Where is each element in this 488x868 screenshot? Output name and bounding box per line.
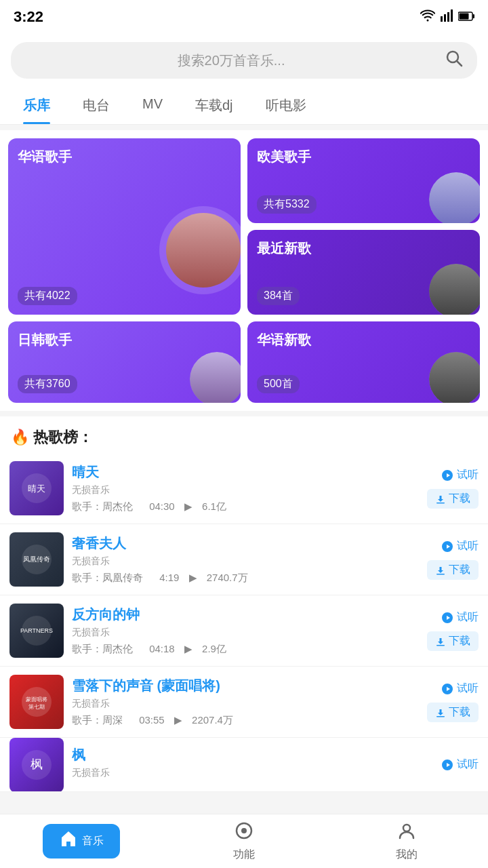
home-icon: [59, 829, 78, 853]
song-meta: 歌手：周杰伦 04:18 ▶ 2.9亿: [72, 643, 419, 656]
song-info: 反方向的钟 无损音乐 歌手：周杰伦 04:18 ▶ 2.9亿: [72, 606, 419, 656]
song-quality: 无损音乐: [72, 484, 419, 496]
song-quality: 无损音乐: [72, 698, 419, 710]
svg-rect-11: [436, 502, 445, 504]
cat-recent-songs[interactable]: 最近新歌 384首: [247, 230, 480, 315]
search-icon[interactable]: [445, 49, 464, 72]
svg-point-7: [447, 52, 458, 62]
cat-chinese-singers-count: 共有4022: [18, 287, 77, 305]
song-item[interactable]: 蒙面唱将 第七期 雪落下的声音 (蒙面唱将) 无损音乐 歌手：周深 03:55 …: [0, 667, 488, 738]
search-input-wrap[interactable]: 搜索20万首音乐...: [11, 42, 477, 79]
artist-label: 歌手：周杰伦: [72, 500, 140, 512]
download-button[interactable]: 下载: [427, 703, 479, 722]
song-item[interactable]: PARTNERS 反方向的钟 无损音乐 歌手：周杰伦 04:18 ▶ 2.9亿 …: [0, 595, 488, 667]
song-actions: 试听 下载: [427, 682, 479, 722]
plays-icon: ▶: [184, 500, 192, 512]
svg-line-8: [458, 62, 462, 66]
duration-label: 4:19: [159, 572, 179, 583]
song-thumb: 晴天: [9, 461, 64, 515]
listen-button[interactable]: 试听: [441, 539, 479, 553]
svg-rect-21: [436, 716, 445, 717]
cat-japanese-korean-title: 日韩歌手: [18, 331, 72, 349]
download-button[interactable]: 下载: [427, 631, 479, 651]
svg-rect-0: [441, 16, 443, 22]
nav-mine[interactable]: 我的: [325, 814, 488, 868]
nav-music-label: 音乐: [82, 834, 104, 848]
svg-rect-3: [451, 9, 453, 22]
cat-chinese-new-songs-count: 500首: [257, 375, 300, 393]
plays-icon: ▶: [189, 572, 197, 583]
song-item[interactable]: 晴天 晴天 无损音乐 歌手：周杰伦 04:30 ▶ 6.1亿 试听 下载: [0, 453, 488, 524]
listen-button[interactable]: 试听: [441, 610, 479, 625]
tab-movies[interactable]: 听电影: [249, 87, 323, 124]
song-actions: 试听 下载: [427, 468, 479, 509]
nav-function[interactable]: 功能: [163, 814, 325, 868]
tab-library[interactable]: 乐库: [7, 87, 66, 124]
svg-text:晴天: 晴天: [28, 484, 45, 494]
status-icons: [420, 9, 474, 25]
search-bar[interactable]: 搜索20万首音乐...: [0, 34, 488, 87]
artist-label: 歌手：周深: [72, 714, 129, 726]
nav-mine-icon-wrap: [397, 821, 416, 845]
song-actions: 试听 下载: [427, 610, 479, 651]
cat-western-singers[interactable]: 欧美歌手 共有5332: [247, 138, 480, 223]
status-bar: 3:22: [0, 0, 488, 34]
download-button[interactable]: 下载: [427, 489, 479, 509]
song-thumb: 凤凰传奇: [9, 532, 64, 587]
plays-count: 6.1亿: [202, 500, 226, 512]
bottom-nav: 音乐 功能 我的: [0, 814, 488, 868]
listen-button[interactable]: 试听: [441, 682, 479, 696]
svg-rect-5: [473, 14, 475, 18]
song-title: 反方向的钟: [72, 606, 419, 624]
svg-text:蒙面唱将: 蒙面唱将: [26, 696, 47, 703]
song-quality: 无损音乐: [72, 555, 419, 568]
song-item[interactable]: 凤凰传奇 奢香夫人 无损音乐 歌手：凤凰传奇 4:19 ▶ 2740.7万 试听…: [0, 524, 488, 595]
song-item[interactable]: 枫 枫 无损音乐 试听: [0, 738, 488, 792]
song-list: 晴天 晴天 无损音乐 歌手：周杰伦 04:30 ▶ 6.1亿 试听 下载: [0, 453, 488, 792]
listen-button[interactable]: 试听: [441, 757, 479, 772]
plays-icon: ▶: [184, 643, 192, 654]
song-title: 雪落下的声音 (蒙面唱将): [72, 677, 419, 695]
tab-car-dj[interactable]: 车载dj: [179, 87, 249, 124]
download-button[interactable]: 下载: [427, 560, 479, 580]
person-icon: [397, 821, 416, 845]
song-meta: 歌手：周深 03:55 ▶ 2207.4万: [72, 714, 419, 727]
listen-button[interactable]: 试听: [441, 468, 479, 482]
svg-rect-6: [460, 13, 469, 19]
song-title: 晴天: [72, 463, 419, 481]
status-time: 3:22: [14, 8, 43, 26]
hot-songs-header: 🔥 热歌榜：: [0, 416, 488, 453]
cat-chinese-new-songs[interactable]: 华语新歌 500首: [247, 321, 480, 403]
tab-mv[interactable]: MV: [126, 87, 179, 124]
nav-music[interactable]: 音乐: [0, 814, 163, 868]
svg-text:枫: 枫: [30, 757, 43, 771]
nav-music-icon-wrap: 音乐: [43, 824, 120, 859]
song-meta: 歌手：凤凰传奇 4:19 ▶ 2740.7万: [72, 572, 419, 585]
wifi-icon: [420, 9, 435, 25]
song-meta: 歌手：周杰伦 04:30 ▶ 6.1亿: [72, 500, 419, 513]
song-thumb: 枫: [9, 738, 64, 792]
svg-text:PARTNERS: PARTNERS: [20, 627, 53, 634]
svg-text:凤凰传奇: 凤凰传奇: [23, 555, 50, 563]
signal-icon: [441, 9, 453, 25]
plays-count: 2207.4万: [192, 714, 233, 726]
cat-western-singers-title: 欧美歌手: [257, 148, 311, 166]
song-info: 晴天 无损音乐 歌手：周杰伦 04:30 ▶ 6.1亿: [72, 463, 419, 513]
svg-point-26: [403, 825, 410, 831]
duration-label: 03:55: [139, 714, 165, 726]
cat-chinese-singers[interactable]: 华语歌手 共有4022: [8, 138, 241, 315]
song-info: 雪落下的声音 (蒙面唱将) 无损音乐 歌手：周深 03:55 ▶ 2207.4万: [72, 677, 419, 727]
cat-chinese-new-songs-title: 华语新歌: [257, 331, 311, 349]
tab-radio[interactable]: 电台: [66, 87, 126, 124]
plays-icon: ▶: [174, 714, 182, 726]
duration-label: 04:30: [149, 500, 175, 512]
song-info: 奢香夫人 无损音乐 歌手：凤凰传奇 4:19 ▶ 2740.7万: [72, 534, 419, 585]
song-quality: 无损音乐: [72, 767, 432, 779]
cat-western-singers-count: 共有5332: [257, 195, 317, 214]
artist-label: 歌手：凤凰传奇: [72, 572, 150, 583]
nav-function-label: 功能: [233, 848, 255, 862]
song-quality: 无损音乐: [72, 627, 419, 639]
cat-japanese-korean[interactable]: 日韩歌手 共有3760: [8, 321, 241, 403]
artist-label: 歌手：周杰伦: [72, 643, 140, 654]
song-info: 枫 无损音乐: [72, 746, 432, 783]
